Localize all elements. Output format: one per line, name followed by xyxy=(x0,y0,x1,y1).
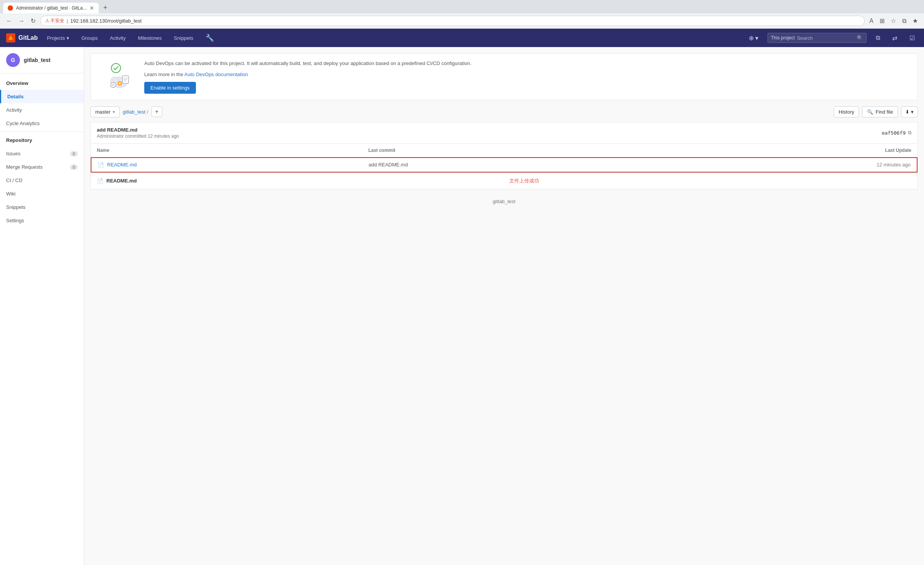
nav-projects[interactable]: Projects ▾ xyxy=(44,34,72,42)
file-update-cell: 12 minutes ago xyxy=(640,162,911,168)
favorites-btn[interactable]: ★ xyxy=(911,16,919,26)
copy-hash-icon[interactable]: ⧉ xyxy=(908,130,911,136)
download-icon: ⬇ xyxy=(905,109,909,115)
nav-search-input[interactable] xyxy=(797,35,854,41)
nav-split-view-btn[interactable]: ⧉ xyxy=(873,33,883,43)
main-content: Auto DevOps can be activated for this pr… xyxy=(84,47,924,565)
autodevops-content: Auto DevOps can be activated for this pr… xyxy=(144,60,911,94)
nav-search-scope: This project xyxy=(771,35,795,41)
breadcrumb-sep: / xyxy=(147,109,148,115)
main-layout: G gitlab_test Overview Details Activity … xyxy=(0,47,924,565)
file-name-cell[interactable]: 📄 README.md xyxy=(98,162,368,168)
tab-close-btn[interactable]: ✕ xyxy=(90,5,94,11)
readme-file-icon: 📄 xyxy=(97,178,103,184)
svg-point-2 xyxy=(111,64,121,73)
footer-project-name: gitlab_test xyxy=(493,199,515,204)
nav-milestones[interactable]: Milestones xyxy=(135,34,165,42)
commit-hash: eaf506f9 ⧉ xyxy=(882,130,911,136)
nav-merge-requests-btn[interactable]: ⇄ xyxy=(889,33,900,43)
repo-footer: gitlab_test xyxy=(84,189,924,213)
sidebar-project-name: gitlab_test xyxy=(24,57,51,63)
tab-bar: Administrator / gitlab_test · GitLa... ✕… xyxy=(0,0,924,13)
nav-groups[interactable]: Groups xyxy=(78,34,101,42)
autodevops-illustration xyxy=(97,61,135,92)
refresh-btn[interactable]: ↻ xyxy=(29,16,37,26)
browser-tab[interactable]: Administrator / gitlab_test · GitLa... ✕ xyxy=(3,3,99,13)
history-btn[interactable]: History xyxy=(834,106,859,117)
sidebar-nav: Overview Details Activity Cycle Analytic… xyxy=(0,73,84,230)
readme-name: 📄 README.md xyxy=(97,178,137,184)
nav-search[interactable]: This project 🔍 xyxy=(768,33,867,43)
gitlab-logo: GitLab xyxy=(6,33,38,42)
sidebar-item-details[interactable]: Details xyxy=(0,90,84,103)
nav-issues-btn[interactable]: ☑ xyxy=(906,33,918,43)
new-tab-btn[interactable]: + xyxy=(100,2,111,13)
gitlab-brand-label: GitLab xyxy=(18,34,38,41)
forward-btn[interactable]: → xyxy=(17,16,26,26)
col-last-update: Last Update xyxy=(640,148,911,153)
enable-settings-btn[interactable]: Enable in settings xyxy=(144,82,196,94)
url-box[interactable]: ⚠ 不安全 | 192.168.182.130/root/gitlab_test xyxy=(40,16,865,26)
file-icon: 📄 xyxy=(98,162,104,168)
sidebar-item-repository[interactable]: Repository xyxy=(0,134,84,147)
address-bar: ← → ↻ ⚠ 不安全 | 192.168.182.130/root/gitla… xyxy=(0,13,924,28)
wrench-icon[interactable]: 🔧 xyxy=(205,34,214,42)
svg-point-8 xyxy=(119,83,121,85)
sidebar-item-activity[interactable]: Activity xyxy=(0,103,84,117)
commit-bar: add README.md Administrator committed 12… xyxy=(90,122,918,144)
repo-toolbar: master ▾ gitlab_test / + History 🔍 Find … xyxy=(84,106,924,122)
commit-hash-code: eaf506f9 xyxy=(882,130,906,136)
autodevops-description: Auto DevOps can be activated for this pr… xyxy=(144,60,911,68)
autodevops-doc-link[interactable]: Auto DevOps documentation xyxy=(184,72,248,77)
col-last-commit: Last commit xyxy=(368,148,640,153)
sidebar-item-snippets[interactable]: Snippets xyxy=(0,200,84,214)
sidebar-header: G gitlab_test xyxy=(0,47,84,73)
breadcrumb-project[interactable]: gitlab_test xyxy=(123,109,145,115)
sidebar-item-cycle-analytics[interactable]: Cycle Analytics xyxy=(0,117,84,130)
file-table-header: Name Last commit Last Update xyxy=(91,144,917,157)
split-view-btn[interactable]: ⧉ xyxy=(901,16,908,26)
merge-requests-badge: 0 xyxy=(70,164,78,170)
file-commit-cell: add README.md xyxy=(368,162,639,168)
projects-dropdown-icon: ▾ xyxy=(67,35,69,41)
nav-snippets[interactable]: Snippets xyxy=(171,34,197,42)
download-dropdown-icon: ▾ xyxy=(911,109,914,115)
branch-dropdown-icon: ▾ xyxy=(113,110,115,114)
nav-activity[interactable]: Activity xyxy=(107,34,129,42)
branch-selector[interactable]: master ▾ xyxy=(90,106,120,117)
browser-chrome: Administrator / gitlab_test · GitLa... ✕… xyxy=(0,0,924,29)
avatar: G xyxy=(6,53,20,67)
file-name-label: README.md xyxy=(107,162,137,168)
translate-btn[interactable]: A xyxy=(868,16,875,26)
sidebar-item-ci-cd[interactable]: CI / CD xyxy=(0,174,84,187)
autodevops-banner: Auto DevOps can be activated for this pr… xyxy=(90,53,918,100)
url-text: 192.168.182.130/root/gitlab_test xyxy=(70,18,142,24)
issues-badge: 0 xyxy=(70,151,78,156)
bookmark-btn[interactable]: ☆ xyxy=(889,16,898,26)
col-name: Name xyxy=(97,148,368,153)
browser-actions: A ⊞ ☆ ⧉ ★ xyxy=(868,16,919,26)
autodevops-learn-more: Learn more in the Auto DevOps documentat… xyxy=(144,71,911,79)
sidebar-item-merge-requests[interactable]: Merge Requests 0 xyxy=(0,160,84,174)
url-warning: ⚠ 不安全 xyxy=(45,18,64,24)
gitlab-logo-icon xyxy=(6,33,15,42)
tab-title: Administrator / gitlab_test · GitLa... xyxy=(16,5,86,11)
table-row: 📄 README.md add README.md 12 minutes ago xyxy=(91,157,917,173)
branch-name: master xyxy=(95,109,111,115)
sidebar-item-issues[interactable]: Issues 0 xyxy=(0,147,84,160)
sidebar-item-overview: Overview xyxy=(0,77,84,90)
back-btn[interactable]: ← xyxy=(5,16,14,26)
find-file-search-icon: 🔍 xyxy=(867,109,873,115)
create-new-btn[interactable]: ⊕ ▾ xyxy=(746,33,761,43)
add-file-btn[interactable]: + xyxy=(152,106,162,117)
upload-success-text: 文件上传成功 xyxy=(509,177,539,184)
readme-row: 📄 README.md 文件上传成功 xyxy=(90,173,918,189)
sidebar-item-wiki[interactable]: Wiki xyxy=(0,187,84,200)
download-btn[interactable]: ⬇ ▾ xyxy=(901,106,918,117)
sidebar-item-settings[interactable]: Settings xyxy=(0,214,84,227)
reader-btn[interactable]: ⊞ xyxy=(878,16,886,26)
commit-info: add README.md Administrator committed 12… xyxy=(97,127,179,139)
file-table: Name Last commit Last Update 📄 README.md… xyxy=(90,144,918,173)
find-file-btn[interactable]: 🔍 Find file xyxy=(862,106,898,117)
sidebar: G gitlab_test Overview Details Activity … xyxy=(0,47,84,565)
